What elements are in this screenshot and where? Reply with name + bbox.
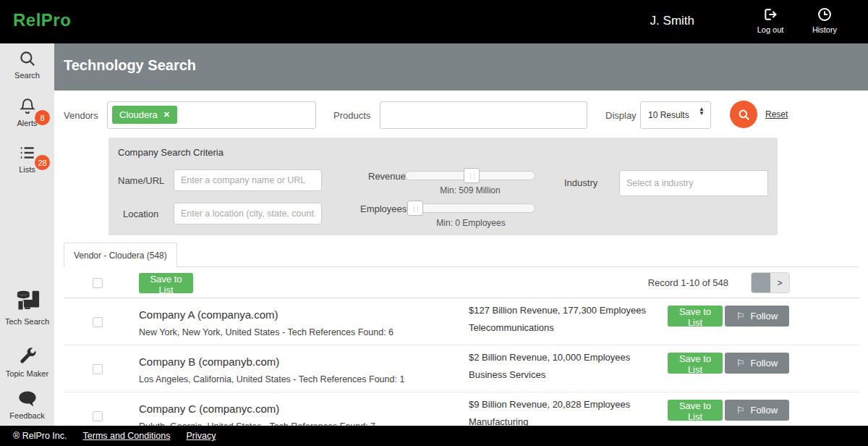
company-industry: Business Services xyxy=(469,369,545,380)
products-input[interactable] xyxy=(380,102,587,128)
row-checkbox[interactable] xyxy=(93,364,103,374)
search-icon xyxy=(0,49,54,68)
industry-label: Industry xyxy=(564,177,597,188)
sidebar-item-label: Feedback xyxy=(0,411,54,420)
save-to-list-button[interactable]: Save to List xyxy=(668,353,723,374)
flag-icon: ⚐ xyxy=(736,405,745,416)
reset-link[interactable]: Reset xyxy=(765,109,788,119)
revenue-label: Revenue xyxy=(368,171,406,182)
search-button[interactable] xyxy=(730,101,757,128)
industry-field xyxy=(619,170,768,196)
save-to-list-button[interactable]: Save to List xyxy=(139,273,193,293)
sidebar: Search Alerts 8 Lists 28 Tech Search xyxy=(0,43,54,426)
relpro-logo[interactable]: RelPro xyxy=(13,10,71,30)
follow-label: Follow xyxy=(751,405,778,416)
revenue-slider[interactable] xyxy=(405,171,535,180)
sidebar-item-tech-search[interactable]: Tech Search xyxy=(0,288,54,326)
vendor-tag-label: Cloudera xyxy=(119,109,158,120)
company-name-link[interactable]: Company A (companya.com) xyxy=(139,308,278,321)
company-revenue: $127 Billion Revenue, 177,300 Employees xyxy=(469,305,646,316)
row-checkbox[interactable] xyxy=(93,411,103,421)
sidebar-item-alerts[interactable]: Alerts 8 xyxy=(0,97,54,127)
name-url-input[interactable] xyxy=(174,170,321,190)
wrench-icon xyxy=(0,346,54,366)
speech-bubble-icon xyxy=(0,390,54,408)
employees-min-value: Min: 0 Employees xyxy=(407,218,535,228)
sidebar-item-lists[interactable]: Lists 28 xyxy=(0,143,54,174)
magnifier-icon xyxy=(737,108,751,122)
display-value: 10 Results xyxy=(648,110,689,120)
prev-page-button[interactable] xyxy=(752,273,770,293)
employees-label: Employees xyxy=(360,203,407,214)
location-field xyxy=(174,203,322,224)
select-arrows-icon: ▲▼ xyxy=(699,107,705,116)
follow-label: Follow xyxy=(751,358,778,369)
company-search-criteria: Company Search Criteria Name/URL Locatio… xyxy=(109,138,778,235)
location-label: Location xyxy=(123,209,158,219)
company-location: Los Angeles, California, United States -… xyxy=(139,374,404,384)
history-button[interactable]: History xyxy=(799,7,850,34)
select-all-checkbox[interactable] xyxy=(93,278,103,288)
sidebar-item-search[interactable]: Search xyxy=(0,49,54,80)
name-url-label: Name/URL xyxy=(118,175,164,186)
save-to-list-button[interactable]: Save to List xyxy=(668,306,723,327)
company-industry: Telecommunications xyxy=(469,322,554,333)
lists-badge: 28 xyxy=(35,155,50,170)
location-input[interactable] xyxy=(174,203,321,224)
products-field xyxy=(380,101,587,129)
app-window: RelPro J. Smith Log out History Search xyxy=(0,0,868,446)
results-toolbar: Save to List Record 1-10 of 548 > xyxy=(64,267,859,298)
vendor-tag: Cloudera ✕ xyxy=(112,106,177,124)
revenue-min-value: Min: 509 Million xyxy=(405,185,535,195)
vendors-input[interactable]: Cloudera ✕ xyxy=(107,101,316,129)
follow-button[interactable]: ⚐ Follow xyxy=(725,306,789,327)
logout-label: Log out xyxy=(745,25,796,34)
page-header: Technology Search xyxy=(54,43,868,91)
sidebar-item-topic-maker[interactable]: Topic Maker xyxy=(0,346,54,378)
revenue-slider-handle[interactable] xyxy=(464,168,480,183)
flag-icon: ⚐ xyxy=(736,358,745,369)
products-label: Products xyxy=(333,110,370,121)
top-bar: RelPro J. Smith Log out History xyxy=(0,0,868,43)
terms-link[interactable]: Terms and Conditions xyxy=(83,431,171,441)
sidebar-item-label: Tech Search xyxy=(0,317,54,326)
flag-icon: ⚐ xyxy=(736,311,745,321)
record-info: Record 1-10 of 548 xyxy=(648,277,728,288)
display-label: Display xyxy=(605,110,637,121)
company-location: New York, New York, United States - Tech… xyxy=(139,327,393,337)
display-select[interactable]: 10 Results ▲▼ xyxy=(640,101,711,129)
save-to-list-button[interactable]: Save to List xyxy=(668,400,723,421)
results-panel: Save to List Record 1-10 of 548 > Compan… xyxy=(64,266,859,439)
employees-slider-handle[interactable] xyxy=(407,201,423,216)
company-name-link[interactable]: Company B (companyb.com) xyxy=(139,355,279,368)
pagination: > xyxy=(751,272,790,293)
tab-vendor-cloudera[interactable]: Vendor - Cloudera (548) xyxy=(64,243,177,267)
alerts-badge: 8 xyxy=(35,110,50,125)
sidebar-item-label: Topic Maker xyxy=(0,369,54,378)
follow-label: Follow xyxy=(751,311,778,321)
row-checkbox[interactable] xyxy=(93,317,103,327)
follow-button[interactable]: ⚐ Follow xyxy=(725,400,789,421)
table-row: Company B (companyb.com) Los Angeles, Ca… xyxy=(64,345,859,392)
privacy-link[interactable]: Privacy xyxy=(186,431,216,441)
sidebar-item-feedback[interactable]: Feedback xyxy=(0,390,54,420)
logout-icon xyxy=(745,7,796,23)
tech-search-icon xyxy=(0,288,54,314)
next-page-button[interactable]: > xyxy=(770,273,789,293)
logout-button[interactable]: Log out xyxy=(745,7,796,34)
user-name[interactable]: J. Smith xyxy=(650,14,694,28)
follow-button[interactable]: ⚐ Follow xyxy=(725,353,789,374)
table-row: Company A (companya.com) New York, New Y… xyxy=(64,298,859,345)
vendors-label: Vendors xyxy=(64,110,98,121)
sidebar-item-label: Search xyxy=(0,71,54,80)
remove-tag-icon[interactable]: ✕ xyxy=(163,110,170,119)
employees-slider[interactable] xyxy=(407,203,535,213)
history-label: History xyxy=(799,25,850,34)
company-revenue: $9 Billion Revenue, 20,828 Employees xyxy=(469,399,630,410)
criteria-title: Company Search Criteria xyxy=(118,147,224,158)
copyright-text: ® RelPro Inc. xyxy=(13,431,67,441)
company-name-link[interactable]: Company C (companyc.com) xyxy=(139,403,279,415)
page-title: Technology Search xyxy=(64,57,196,74)
industry-input[interactable] xyxy=(620,171,767,195)
company-revenue: $2 Billion Revenue, 10,000 Employees xyxy=(469,352,630,363)
